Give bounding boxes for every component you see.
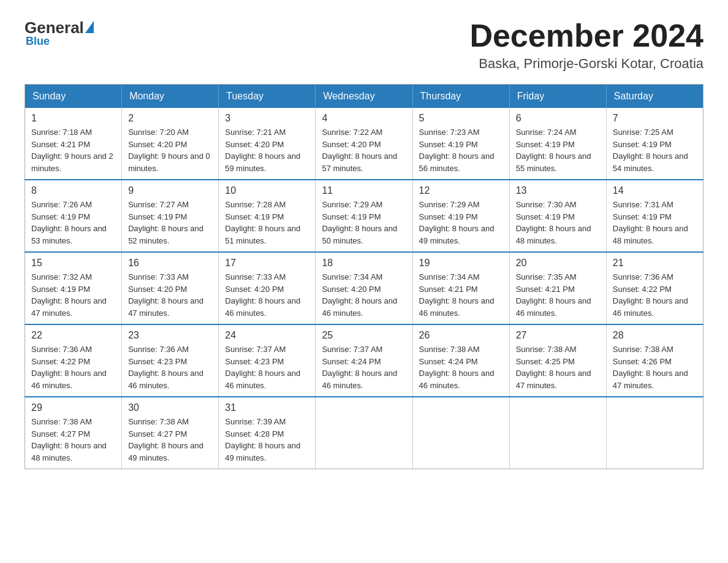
calendar-week-row: 29 Sunrise: 7:38 AMSunset: 4:27 PMDaylig… — [25, 397, 703, 469]
table-row: 6 Sunrise: 7:24 AMSunset: 4:19 PMDayligh… — [509, 108, 606, 180]
day-number: 30 — [128, 402, 212, 413]
table-row: 20 Sunrise: 7:35 AMSunset: 4:21 PMDaylig… — [509, 252, 606, 324]
table-row: 25 Sunrise: 7:37 AMSunset: 4:24 PMDaylig… — [316, 324, 412, 397]
day-info: Sunrise: 7:21 AMSunset: 4:20 PMDaylight:… — [225, 126, 309, 174]
table-row: 21 Sunrise: 7:36 AMSunset: 4:22 PMDaylig… — [606, 252, 703, 324]
header-friday: Friday — [509, 85, 606, 109]
table-row: 26 Sunrise: 7:38 AMSunset: 4:24 PMDaylig… — [412, 324, 509, 397]
day-number: 16 — [128, 258, 212, 269]
logo: General Blue — [25, 18, 94, 48]
day-info: Sunrise: 7:38 AMSunset: 4:27 PMDaylight:… — [128, 416, 212, 464]
day-number: 7 — [613, 113, 697, 124]
day-number: 12 — [419, 185, 503, 196]
table-row: 18 Sunrise: 7:34 AMSunset: 4:20 PMDaylig… — [316, 252, 412, 324]
title-section: December 2024 Baska, Primorje-Gorski Kot… — [469, 18, 703, 72]
calendar-week-row: 15 Sunrise: 7:32 AMSunset: 4:19 PMDaylig… — [25, 252, 703, 324]
day-info: Sunrise: 7:39 AMSunset: 4:28 PMDaylight:… — [225, 416, 309, 464]
day-info: Sunrise: 7:33 AMSunset: 4:20 PMDaylight:… — [225, 271, 309, 319]
day-info: Sunrise: 7:30 AMSunset: 4:19 PMDaylight:… — [516, 199, 600, 247]
table-row: 7 Sunrise: 7:25 AMSunset: 4:19 PMDayligh… — [606, 108, 703, 180]
day-number: 18 — [322, 258, 406, 269]
day-number: 9 — [128, 185, 212, 196]
table-row: 17 Sunrise: 7:33 AMSunset: 4:20 PMDaylig… — [219, 252, 316, 324]
table-row: 1 Sunrise: 7:18 AMSunset: 4:21 PMDayligh… — [25, 108, 122, 180]
day-info: Sunrise: 7:32 AMSunset: 4:19 PMDaylight:… — [31, 271, 115, 319]
page-title: December 2024 — [469, 18, 703, 53]
table-row: 29 Sunrise: 7:38 AMSunset: 4:27 PMDaylig… — [25, 397, 122, 469]
day-number: 17 — [225, 258, 309, 269]
logo-triangle-icon — [85, 21, 94, 33]
day-number: 20 — [516, 258, 600, 269]
table-row: 16 Sunrise: 7:33 AMSunset: 4:20 PMDaylig… — [122, 252, 219, 324]
day-info: Sunrise: 7:35 AMSunset: 4:21 PMDaylight:… — [516, 271, 600, 319]
table-row: 23 Sunrise: 7:36 AMSunset: 4:23 PMDaylig… — [122, 324, 219, 397]
day-info: Sunrise: 7:38 AMSunset: 4:25 PMDaylight:… — [516, 343, 600, 391]
day-number: 8 — [31, 185, 115, 196]
day-number: 22 — [31, 330, 115, 341]
header-thursday: Thursday — [412, 85, 509, 109]
day-info: Sunrise: 7:31 AMSunset: 4:19 PMDaylight:… — [613, 199, 697, 247]
day-number: 5 — [419, 113, 503, 124]
header-saturday: Saturday — [606, 85, 703, 109]
day-number: 24 — [225, 330, 309, 341]
day-number: 27 — [516, 330, 600, 341]
table-row: 24 Sunrise: 7:37 AMSunset: 4:23 PMDaylig… — [219, 324, 316, 397]
day-number: 6 — [516, 113, 600, 124]
table-row: 2 Sunrise: 7:20 AMSunset: 4:20 PMDayligh… — [122, 108, 219, 180]
day-info: Sunrise: 7:38 AMSunset: 4:24 PMDaylight:… — [419, 343, 503, 391]
table-row: 14 Sunrise: 7:31 AMSunset: 4:19 PMDaylig… — [606, 180, 703, 252]
day-number: 26 — [419, 330, 503, 341]
table-row — [316, 397, 412, 469]
day-number: 13 — [516, 185, 600, 196]
day-number: 23 — [128, 330, 212, 341]
calendar-week-row: 1 Sunrise: 7:18 AMSunset: 4:21 PMDayligh… — [25, 108, 703, 180]
calendar-header-row: Sunday Monday Tuesday Wednesday Thursday… — [25, 85, 703, 109]
day-info: Sunrise: 7:27 AMSunset: 4:19 PMDaylight:… — [128, 199, 212, 247]
day-info: Sunrise: 7:25 AMSunset: 4:19 PMDaylight:… — [613, 126, 697, 174]
day-info: Sunrise: 7:22 AMSunset: 4:20 PMDaylight:… — [322, 126, 406, 174]
day-info: Sunrise: 7:33 AMSunset: 4:20 PMDaylight:… — [128, 271, 212, 319]
table-row — [606, 397, 703, 469]
day-number: 11 — [322, 185, 406, 196]
page-subtitle: Baska, Primorje-Gorski Kotar, Croatia — [469, 56, 703, 72]
day-info: Sunrise: 7:26 AMSunset: 4:19 PMDaylight:… — [31, 199, 115, 247]
page-header: General Blue December 2024 Baska, Primor… — [25, 18, 703, 72]
table-row: 15 Sunrise: 7:32 AMSunset: 4:19 PMDaylig… — [25, 252, 122, 324]
day-info: Sunrise: 7:38 AMSunset: 4:27 PMDaylight:… — [31, 416, 115, 464]
day-number: 28 — [613, 330, 697, 341]
table-row: 9 Sunrise: 7:27 AMSunset: 4:19 PMDayligh… — [122, 180, 219, 252]
day-info: Sunrise: 7:36 AMSunset: 4:22 PMDaylight:… — [613, 271, 697, 319]
day-number: 25 — [322, 330, 406, 341]
day-number: 4 — [322, 113, 406, 124]
calendar-table: Sunday Monday Tuesday Wednesday Thursday… — [25, 84, 703, 469]
day-info: Sunrise: 7:37 AMSunset: 4:24 PMDaylight:… — [322, 343, 406, 391]
table-row — [509, 397, 606, 469]
table-row: 4 Sunrise: 7:22 AMSunset: 4:20 PMDayligh… — [316, 108, 412, 180]
table-row: 19 Sunrise: 7:34 AMSunset: 4:21 PMDaylig… — [412, 252, 509, 324]
day-number: 14 — [613, 185, 697, 196]
table-row: 22 Sunrise: 7:36 AMSunset: 4:22 PMDaylig… — [25, 324, 122, 397]
day-number: 2 — [128, 113, 212, 124]
table-row: 30 Sunrise: 7:38 AMSunset: 4:27 PMDaylig… — [122, 397, 219, 469]
table-row: 31 Sunrise: 7:39 AMSunset: 4:28 PMDaylig… — [219, 397, 316, 469]
day-info: Sunrise: 7:34 AMSunset: 4:21 PMDaylight:… — [419, 271, 503, 319]
table-row: 10 Sunrise: 7:28 AMSunset: 4:19 PMDaylig… — [219, 180, 316, 252]
table-row — [412, 397, 509, 469]
header-sunday: Sunday — [25, 85, 122, 109]
day-info: Sunrise: 7:24 AMSunset: 4:19 PMDaylight:… — [516, 126, 600, 174]
calendar-week-row: 22 Sunrise: 7:36 AMSunset: 4:22 PMDaylig… — [25, 324, 703, 397]
table-row: 11 Sunrise: 7:29 AMSunset: 4:19 PMDaylig… — [316, 180, 412, 252]
day-info: Sunrise: 7:20 AMSunset: 4:20 PMDaylight:… — [128, 126, 212, 174]
table-row: 5 Sunrise: 7:23 AMSunset: 4:19 PMDayligh… — [412, 108, 509, 180]
day-number: 31 — [225, 402, 309, 413]
day-info: Sunrise: 7:36 AMSunset: 4:22 PMDaylight:… — [31, 343, 115, 391]
day-number: 10 — [225, 185, 309, 196]
calendar-week-row: 8 Sunrise: 7:26 AMSunset: 4:19 PMDayligh… — [25, 180, 703, 252]
day-info: Sunrise: 7:29 AMSunset: 4:19 PMDaylight:… — [322, 199, 406, 247]
day-info: Sunrise: 7:23 AMSunset: 4:19 PMDaylight:… — [419, 126, 503, 174]
day-info: Sunrise: 7:34 AMSunset: 4:20 PMDaylight:… — [322, 271, 406, 319]
day-info: Sunrise: 7:38 AMSunset: 4:26 PMDaylight:… — [613, 343, 697, 391]
day-number: 1 — [31, 113, 115, 124]
day-info: Sunrise: 7:18 AMSunset: 4:21 PMDaylight:… — [31, 126, 115, 174]
logo-blue-text: Blue — [26, 35, 50, 48]
